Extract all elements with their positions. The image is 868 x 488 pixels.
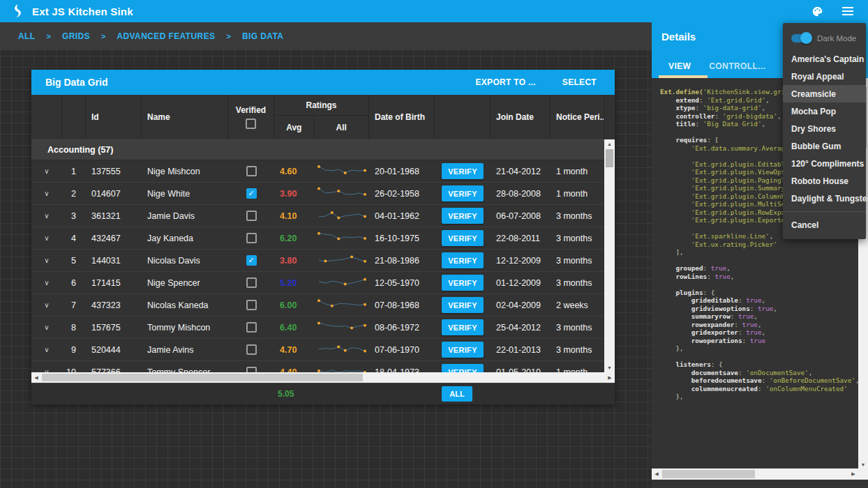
row-expander-icon[interactable]: ∨ xyxy=(44,190,49,197)
menu-item-theme[interactable]: Royal Appeal xyxy=(783,68,866,85)
column-header-join-date[interactable]: Join Date xyxy=(491,95,551,139)
table-row[interactable]: ∨ 1 137555 Nige Mishcon 4.60 20-01-1968 … xyxy=(31,160,604,183)
table-row[interactable]: ∨ 7 437323 Nicolas Kaneda 6.00 07-08-196… xyxy=(31,294,604,317)
scroll-right-icon[interactable]: ▶ xyxy=(848,468,858,480)
table-row[interactable]: ∨ 2 014607 Nige White ✓ 3.90 26-02-1958 … xyxy=(31,183,604,205)
grid-vscroll-thumb[interactable] xyxy=(606,149,613,167)
verify-button[interactable]: VERIFY xyxy=(442,185,484,201)
verified-checkbox[interactable] xyxy=(246,233,257,243)
hamburger-menu-icon[interactable] xyxy=(840,3,855,19)
verify-button[interactable]: VERIFY xyxy=(442,364,484,372)
table-row[interactable]: ∨ 5 144031 Nicolas Davis ✓ 3.80 21-08-19… xyxy=(31,250,604,272)
column-header-notice-period[interactable]: Notice Peri... xyxy=(551,95,604,139)
column-header-date-of-birth[interactable]: Date of Birth xyxy=(369,95,435,139)
row-number: 10 xyxy=(62,361,86,372)
row-expander-icon[interactable]: ∨ xyxy=(44,234,49,242)
grid-horizontal-scrollbar[interactable]: ◀ ▶ xyxy=(31,372,615,383)
verified-checkbox[interactable]: ✓ xyxy=(246,188,257,199)
verify-all-button[interactable]: ALL xyxy=(442,386,472,402)
ratings-group-label[interactable]: Ratings xyxy=(274,95,368,116)
theme-menu: Dark Mode America's CaptainRoyal AppealC… xyxy=(783,23,866,239)
table-row[interactable]: ∨ 8 157675 Tommy Mishcon 6.40 08-06-1972… xyxy=(31,317,604,339)
verified-checkbox[interactable] xyxy=(246,367,257,372)
grid-column-headers: Id Name Verified Ratings Avg All Date of… xyxy=(31,95,604,139)
cell-notice-period: 1 month xyxy=(551,160,604,182)
column-header-avg[interactable]: Avg xyxy=(274,116,315,139)
menu-item-theme[interactable]: America's Captain xyxy=(783,50,866,68)
menu-item-theme[interactable]: Creamsicle xyxy=(783,85,866,102)
breadcrumb-advanced-features[interactable]: ADVANCED FEATURES xyxy=(117,31,215,41)
table-row[interactable]: ∨ 6 171415 Nige Spencer 5.20 12-05-1970 … xyxy=(31,272,604,294)
dark-mode-toggle[interactable] xyxy=(791,34,811,43)
export-to-button[interactable]: EXPORT TO ... xyxy=(476,77,536,87)
cell-avg-rating: 4.10 xyxy=(274,205,315,227)
row-expander-icon[interactable]: ∨ xyxy=(44,279,49,287)
scroll-down-icon[interactable]: ▼ xyxy=(604,363,615,372)
scroll-up-icon[interactable]: ▲ xyxy=(604,139,615,148)
menu-item-theme[interactable]: Bubble Gum xyxy=(783,137,866,155)
verified-checkbox[interactable] xyxy=(246,322,257,333)
menu-item-theme[interactable]: 120° Compliments xyxy=(783,155,866,172)
cell-name: Nicolas Kaneda xyxy=(142,294,228,316)
column-header-verified[interactable]: Verified xyxy=(228,95,274,139)
row-expander-icon[interactable]: ∨ xyxy=(44,257,49,264)
cell-notice-period: 3 months xyxy=(551,250,604,271)
verify-button[interactable]: VERIFY xyxy=(442,275,484,291)
group-header-accounting[interactable]: Accounting (57) xyxy=(31,139,604,160)
verify-button[interactable]: VERIFY xyxy=(442,208,484,224)
cell-join-date: 22-08-2011 xyxy=(491,227,551,249)
table-row[interactable]: ∨ 3 361321 Jamie Davis 4.10 04-01-1962 V… xyxy=(31,205,604,227)
table-row[interactable]: ∨ 9 520444 Jamie Avins 4.70 07-06-1970 V… xyxy=(31,339,604,361)
column-header-name[interactable]: Name xyxy=(142,95,228,139)
verify-button[interactable]: VERIFY xyxy=(442,163,484,179)
cell-notice-period: 1 month xyxy=(551,361,604,372)
grid-title: Big Data Grid xyxy=(45,77,449,88)
verified-checkbox[interactable] xyxy=(246,211,257,221)
column-header-all[interactable]: All xyxy=(315,116,368,139)
theme-palette-icon[interactable] xyxy=(809,3,825,19)
menu-item-theme[interactable]: Daylight & Tungsten xyxy=(783,190,866,207)
menu-item-theme[interactable]: Dry Shores xyxy=(783,120,866,137)
breadcrumb-big-data[interactable]: BIG DATA xyxy=(242,31,283,41)
scroll-left-icon[interactable]: ◀ xyxy=(31,372,41,383)
row-expander-icon[interactable]: ∨ xyxy=(44,323,49,331)
breadcrumb-grids[interactable]: GRIDS xyxy=(62,31,90,41)
menu-item-theme[interactable]: Mocha Pop xyxy=(783,102,866,120)
row-expander-icon[interactable]: ∨ xyxy=(44,301,49,309)
row-expander-icon[interactable]: ∨ xyxy=(44,212,49,220)
column-header-id[interactable]: Id xyxy=(86,95,142,139)
scroll-left-icon[interactable]: ◀ xyxy=(652,468,661,480)
table-row[interactable]: ∨ 10 577366 Tommy Spencer 4.40 18-04-197… xyxy=(31,361,604,372)
verified-checkbox[interactable] xyxy=(246,344,257,355)
verify-button[interactable]: VERIFY xyxy=(442,230,484,246)
menu-item-cancel[interactable]: Cancel xyxy=(783,215,866,235)
verify-button[interactable]: VERIFY xyxy=(442,342,484,358)
scroll-right-icon[interactable]: ▶ xyxy=(605,372,615,383)
menu-item-theme[interactable]: Roboto House xyxy=(783,172,866,190)
verify-button[interactable]: VERIFY xyxy=(442,319,484,335)
dark-mode-menu-item[interactable]: Dark Mode xyxy=(783,26,866,50)
breadcrumb-all[interactable]: ALL xyxy=(18,31,36,41)
table-row[interactable]: ∨ 4 432467 Jay Kaneda 6.20 16-10-1975 VE… xyxy=(31,227,604,250)
row-expander-icon[interactable]: ∨ xyxy=(44,346,49,353)
cell-join-date: 12-12-2009 xyxy=(491,250,551,271)
code-hscroll-thumb[interactable] xyxy=(662,470,755,478)
code-horizontal-scrollbar[interactable]: ◀ ▶ xyxy=(652,468,858,480)
grid-vertical-scrollbar[interactable]: ▲ ▼ xyxy=(604,139,615,372)
verify-button[interactable]: VERIFY xyxy=(442,252,484,268)
verified-checkbox[interactable]: ✓ xyxy=(246,255,257,266)
select-button[interactable]: SELECT xyxy=(562,77,597,87)
verified-checkbox[interactable] xyxy=(246,277,257,288)
row-number: 1 xyxy=(62,160,86,182)
grid-hscroll-thumb[interactable] xyxy=(42,374,363,381)
cell-notice-period: 1 month xyxy=(551,183,604,204)
row-expander-icon[interactable]: ∨ xyxy=(44,167,49,175)
verified-header-checkbox[interactable] xyxy=(246,119,256,129)
verified-checkbox[interactable] xyxy=(246,166,257,176)
cell-sparkline xyxy=(315,272,369,293)
scroll-down-icon[interactable]: ▼ xyxy=(858,460,868,468)
verified-checkbox[interactable] xyxy=(246,300,257,310)
tab-controller[interactable]: CONTROLL... xyxy=(709,61,765,71)
verify-button[interactable]: VERIFY xyxy=(442,297,484,313)
tab-view[interactable]: VIEW xyxy=(668,61,691,71)
